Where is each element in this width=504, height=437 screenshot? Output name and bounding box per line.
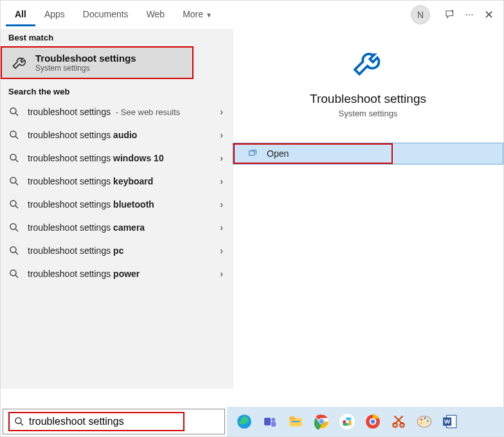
web-result-item[interactable]: troubleshoot settings camera › <box>1 216 232 239</box>
svg-point-4 <box>10 154 16 160</box>
taskbar-chrome-icon[interactable] <box>310 411 332 433</box>
svg-rect-22 <box>271 422 276 427</box>
web-result-text: troubleshoot settings camera <box>28 222 147 233</box>
tab-bar: All Apps Documents Web More▼ N ··· ✕ <box>1 1 503 29</box>
svg-point-41 <box>420 418 422 420</box>
search-icon <box>8 152 20 164</box>
web-result-item[interactable]: troubleshoot settings pc › <box>1 239 232 262</box>
feedback-icon[interactable] <box>440 5 460 24</box>
close-icon[interactable]: ✕ <box>479 5 498 24</box>
svg-point-14 <box>10 270 16 276</box>
svg-point-12 <box>10 247 16 253</box>
search-icon <box>8 222 20 233</box>
wrench-icon <box>11 54 29 72</box>
chevron-right-icon: › <box>220 269 223 279</box>
avatar[interactable]: N <box>411 5 430 24</box>
best-match-subtitle: System settings <box>35 64 136 73</box>
search-icon <box>8 106 20 118</box>
web-result-item[interactable]: troubleshoot settings windows 10 › <box>1 147 232 170</box>
search-icon <box>8 175 20 187</box>
web-result-text: troubleshoot settings - See web results <box>28 107 180 117</box>
svg-line-5 <box>15 159 18 162</box>
taskbar-paint-icon[interactable] <box>413 411 435 433</box>
svg-point-8 <box>10 201 16 206</box>
svg-rect-20 <box>264 418 271 425</box>
chevron-right-icon: › <box>220 245 223 256</box>
chevron-right-icon: › <box>220 176 223 186</box>
wrench-icon <box>350 46 386 82</box>
tab-more-label: More <box>183 9 203 19</box>
section-search-web: Search the web <box>1 83 232 100</box>
results-panel: Best match Troubleshoot settings System … <box>1 29 232 389</box>
tab-web[interactable]: Web <box>138 3 174 26</box>
taskbar-chrome-canary-icon[interactable] <box>362 411 384 433</box>
search-icon <box>8 129 20 141</box>
svg-line-13 <box>15 252 18 254</box>
web-result-text: troubleshoot settings keyboard <box>28 176 156 186</box>
preview-title: Troubleshoot settings <box>310 92 426 106</box>
open-icon <box>248 148 258 159</box>
svg-rect-25 <box>292 421 300 422</box>
search-icon <box>8 268 20 280</box>
svg-point-44 <box>420 422 422 424</box>
svg-point-6 <box>10 177 16 183</box>
search-box[interactable] <box>3 409 225 434</box>
web-result-item[interactable]: troubleshoot settings audio › <box>1 123 232 147</box>
web-result-item[interactable]: troubleshoot settings bluetooth › <box>1 193 232 216</box>
search-icon <box>14 416 25 427</box>
svg-point-30 <box>339 414 355 429</box>
chevron-right-icon: › <box>220 130 223 140</box>
taskbar-snip-icon[interactable] <box>388 411 410 433</box>
svg-line-7 <box>15 183 18 185</box>
taskbar-edge-icon[interactable] <box>233 411 255 433</box>
tab-more[interactable]: More▼ <box>174 3 221 26</box>
svg-rect-32 <box>346 418 352 420</box>
open-action-row[interactable]: Open <box>233 143 503 165</box>
best-match-title: Troubleshoot settings <box>35 53 136 64</box>
best-match-item[interactable]: Troubleshoot settings System settings <box>1 46 194 79</box>
section-best-match: Best match <box>1 29 232 46</box>
bottom-bar: W <box>1 407 504 436</box>
web-result-text: troubleshoot settings power <box>28 269 142 279</box>
search-input[interactable] <box>29 416 158 427</box>
taskbar-teams-icon[interactable] <box>259 411 281 433</box>
best-match-text: Troubleshoot settings System settings <box>35 53 136 73</box>
svg-rect-16 <box>249 151 255 156</box>
svg-point-29 <box>320 420 323 424</box>
web-result-text: troubleshoot settings pc <box>28 245 126 256</box>
web-result-item[interactable]: troubleshoot settings - See web results … <box>1 100 232 123</box>
search-icon <box>8 199 20 210</box>
taskbar-word-icon[interactable]: W <box>439 411 461 433</box>
svg-line-18 <box>21 423 23 425</box>
preview-content: Troubleshoot settings System settings Op… <box>233 29 503 165</box>
svg-point-37 <box>371 420 375 424</box>
taskbar-explorer-icon[interactable] <box>285 411 307 433</box>
svg-text:W: W <box>444 418 451 425</box>
preview-subtitle: System settings <box>339 109 398 118</box>
svg-rect-33 <box>348 420 351 426</box>
svg-point-10 <box>10 224 16 229</box>
chevron-right-icon: › <box>220 222 223 233</box>
search-window: All Apps Documents Web More▼ N ··· ✕ Bes… <box>0 0 504 437</box>
svg-point-17 <box>15 418 21 424</box>
open-button[interactable]: Open <box>233 143 393 164</box>
taskbar-slack-icon[interactable] <box>336 411 358 433</box>
search-icon <box>8 245 20 256</box>
svg-line-3 <box>15 136 18 139</box>
more-options-icon[interactable]: ··· <box>460 5 479 24</box>
tab-all[interactable]: All <box>6 3 35 26</box>
chevron-down-icon: ▼ <box>206 12 212 19</box>
tab-apps[interactable]: Apps <box>35 3 74 26</box>
tab-documents[interactable]: Documents <box>74 3 138 26</box>
taskbar: W <box>227 407 504 436</box>
web-result-item[interactable]: troubleshoot settings power › <box>1 262 232 285</box>
svg-line-15 <box>15 275 18 278</box>
svg-point-21 <box>271 418 275 422</box>
chevron-right-icon: › <box>220 153 223 163</box>
svg-point-0 <box>10 108 16 114</box>
chevron-right-icon: › <box>220 107 223 117</box>
web-result-text: troubleshoot settings audio <box>28 130 140 140</box>
web-result-text: troubleshoot settings bluetooth <box>28 199 157 210</box>
svg-line-9 <box>15 206 18 208</box>
web-result-item[interactable]: troubleshoot settings keyboard › <box>1 170 232 193</box>
